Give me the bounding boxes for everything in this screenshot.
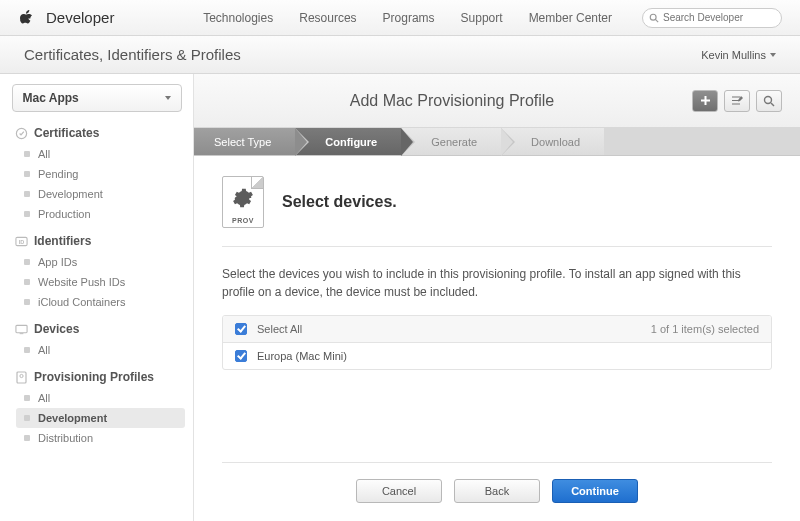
svg-point-9 [765, 96, 772, 103]
caret-down-icon [770, 53, 776, 57]
bullet-icon [24, 299, 30, 305]
svg-rect-5 [15, 325, 26, 332]
page-heading: Select devices. [282, 193, 397, 211]
brand-label: Developer [46, 9, 114, 26]
nav-resources[interactable]: Resources [299, 11, 356, 25]
svg-point-0 [650, 14, 656, 20]
step-download: Download [501, 128, 604, 155]
device-icon [14, 322, 28, 336]
svg-rect-6 [19, 333, 23, 334]
bullet-icon [24, 435, 30, 441]
content-title: Add Mac Provisioning Profile [212, 92, 692, 110]
sidebar-item-development[interactable]: Development [16, 184, 185, 204]
sidebar-item-pending[interactable]: Pending [16, 164, 185, 184]
device-table-header: Select All 1 of 1 item(s) selected [223, 316, 771, 343]
caret-down-icon [165, 96, 171, 100]
sidebar-item-development[interactable]: Development [16, 408, 185, 428]
subheader-title: Certificates, Identifiers & Profiles [24, 46, 701, 63]
prov-label: PROV [223, 217, 263, 224]
sidebar-item-icloud-containers[interactable]: iCloud Containers [16, 292, 185, 312]
instructions-text: Select the devices you wish to include i… [222, 265, 772, 301]
plus-icon [700, 95, 711, 106]
sidebar-item-production[interactable]: Production [16, 204, 185, 224]
sidebar: Mac Apps CertificatesAllPendingDevelopme… [0, 74, 194, 521]
device-checkbox[interactable] [235, 350, 247, 362]
intro-section: PROV Select devices. [222, 176, 772, 247]
search-input[interactable] [663, 12, 775, 23]
top-nav: Developer Technologies Resources Program… [0, 0, 800, 36]
device-table: Select All 1 of 1 item(s) selected Europ… [222, 315, 772, 370]
svg-point-8 [19, 374, 22, 377]
subheader: Certificates, Identifiers & Profiles Kev… [0, 36, 800, 74]
back-button[interactable]: Back [454, 479, 540, 503]
wizard-steps: Select TypeConfigureGenerateDownload [194, 128, 800, 156]
search-button[interactable] [756, 90, 782, 112]
footer-buttons: Cancel Back Continue [222, 462, 772, 521]
top-nav-links: Technologies Resources Programs Support … [203, 11, 612, 25]
bullet-icon [24, 151, 30, 157]
user-menu[interactable]: Kevin Mullins [701, 49, 776, 61]
user-name: Kevin Mullins [701, 49, 766, 61]
header-actions [692, 90, 782, 112]
svg-line-10 [771, 103, 774, 106]
select-all-checkbox[interactable] [235, 323, 247, 335]
nav-technologies[interactable]: Technologies [203, 11, 273, 25]
bullet-icon [24, 415, 30, 421]
step-generate: Generate [401, 128, 501, 155]
bullet-icon [24, 347, 30, 353]
content: Add Mac Provisioning Profile Select Type… [194, 74, 800, 521]
bullet-icon [24, 395, 30, 401]
nav-programs[interactable]: Programs [383, 11, 435, 25]
sidebar-group-certificates[interactable]: Certificates [8, 122, 185, 144]
sidebar-item-website-push-ids[interactable]: Website Push IDs [16, 272, 185, 292]
device-row[interactable]: Europa (Mac Mini) [223, 343, 771, 369]
bullet-icon [24, 259, 30, 265]
continue-button[interactable]: Continue [552, 479, 638, 503]
profile-icon [14, 370, 28, 384]
provisioning-profile-icon: PROV [222, 176, 264, 228]
bullet-icon [24, 279, 30, 285]
step-configure[interactable]: Configure [295, 128, 401, 155]
search-icon [649, 13, 659, 23]
nav-member-center[interactable]: Member Center [529, 11, 612, 25]
content-header: Add Mac Provisioning Profile [194, 74, 800, 128]
bullet-icon [24, 171, 30, 177]
bullet-icon [24, 211, 30, 217]
platform-selector[interactable]: Mac Apps [12, 84, 182, 112]
edit-icon [731, 95, 744, 106]
sidebar-group-identifiers[interactable]: IDIdentifiers [8, 230, 185, 252]
search-icon [763, 95, 775, 107]
sidebar-item-all[interactable]: All [16, 144, 185, 164]
step-select-type[interactable]: Select Type [194, 128, 295, 155]
bullet-icon [24, 191, 30, 197]
select-all-label: Select All [257, 323, 302, 335]
sidebar-group-provisioning-profiles[interactable]: Provisioning Profiles [8, 366, 185, 388]
id-icon: ID [14, 234, 28, 248]
cancel-button[interactable]: Cancel [356, 479, 442, 503]
svg-text:ID: ID [18, 238, 24, 244]
sidebar-group-devices[interactable]: Devices [8, 318, 185, 340]
badge-icon [14, 126, 28, 140]
nav-support[interactable]: Support [461, 11, 503, 25]
platform-label: Mac Apps [23, 91, 79, 105]
sidebar-item-app-ids[interactable]: App IDs [16, 252, 185, 272]
sidebar-item-distribution[interactable]: Distribution [16, 428, 185, 448]
sidebar-item-all[interactable]: All [16, 388, 185, 408]
search-field[interactable] [642, 8, 782, 28]
selection-count: 1 of 1 item(s) selected [651, 323, 759, 335]
sidebar-item-all[interactable]: All [16, 340, 185, 360]
svg-line-1 [656, 19, 659, 22]
edit-button[interactable] [724, 90, 750, 112]
apple-logo-icon [18, 9, 34, 27]
add-button[interactable] [692, 90, 718, 112]
gear-icon [232, 187, 254, 209]
device-name: Europa (Mac Mini) [257, 350, 347, 362]
